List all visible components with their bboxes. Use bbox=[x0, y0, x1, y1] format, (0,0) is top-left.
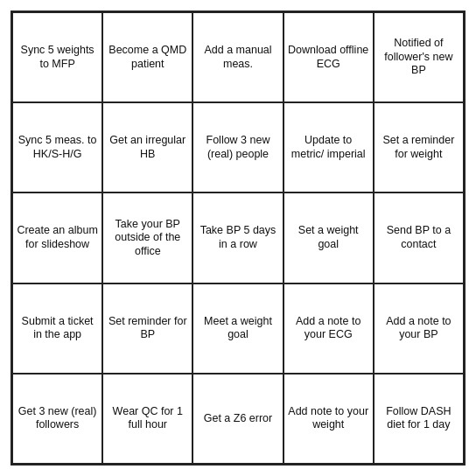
bingo-board: Sync 5 weights to MFPBecome a QMD patien… bbox=[10, 10, 466, 466]
bingo-cell-12[interactable]: Take BP 5 days in a row bbox=[192, 192, 283, 283]
bingo-cell-22[interactable]: Get a Z6 error bbox=[192, 374, 283, 464]
bingo-cell-7[interactable]: Follow 3 new (real) people bbox=[192, 102, 283, 192]
bingo-cell-18[interactable]: Add a note to your ECG bbox=[284, 284, 374, 374]
bingo-cell-1[interactable]: Become a QMD patient bbox=[102, 12, 192, 102]
bingo-cell-0[interactable]: Sync 5 weights to MFP bbox=[12, 12, 102, 102]
bingo-cell-13[interactable]: Set a weight goal bbox=[284, 192, 374, 283]
bingo-cell-4[interactable]: Notified of follower's new BP bbox=[374, 12, 464, 102]
bingo-cell-6[interactable]: Get an irregular HB bbox=[102, 102, 192, 192]
bingo-cell-5[interactable]: Sync 5 meas. to HK/S-H/G bbox=[12, 102, 102, 192]
bingo-cell-16[interactable]: Set reminder for BP bbox=[102, 284, 192, 374]
bingo-cell-8[interactable]: Update to metric/ imperial bbox=[284, 102, 374, 192]
bingo-cell-10[interactable]: Create an album for slideshow bbox=[12, 192, 102, 283]
bingo-cell-2[interactable]: Add a manual meas. bbox=[192, 12, 283, 102]
bingo-grid: Sync 5 weights to MFPBecome a QMD patien… bbox=[12, 12, 464, 464]
bingo-cell-24[interactable]: Follow DASH diet for 1 day bbox=[374, 374, 464, 464]
bingo-cell-14[interactable]: Send BP to a contact bbox=[374, 192, 464, 283]
bingo-cell-20[interactable]: Get 3 new (real) followers bbox=[12, 374, 102, 464]
bingo-cell-19[interactable]: Add a note to your BP bbox=[374, 284, 464, 374]
bingo-cell-11[interactable]: Take your BP outside of the office bbox=[102, 192, 192, 283]
bingo-cell-3[interactable]: Download offline ECG bbox=[284, 12, 374, 102]
bingo-cell-23[interactable]: Add note to your weight bbox=[284, 374, 374, 464]
bingo-cell-21[interactable]: Wear QC for 1 full hour bbox=[102, 374, 192, 464]
bingo-cell-15[interactable]: Submit a ticket in the app bbox=[12, 284, 102, 374]
bingo-cell-17[interactable]: Meet a weight goal bbox=[192, 284, 283, 374]
bingo-cell-9[interactable]: Set a reminder for weight bbox=[374, 102, 464, 192]
